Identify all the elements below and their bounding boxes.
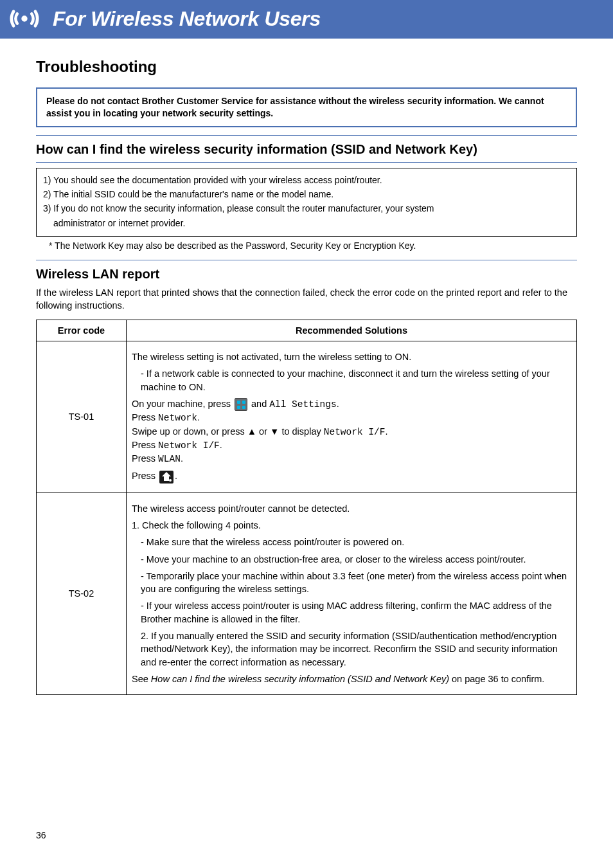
col-recommended: Recommended Solutions: [127, 320, 577, 341]
text: .: [181, 453, 183, 464]
ts02-b2: - Move your machine to an obstruction-fr…: [132, 553, 571, 566]
page-number: 36: [0, 830, 613, 856]
text: .: [220, 440, 222, 450]
heading-find-info: How can I find the wireless security inf…: [36, 142, 577, 157]
menu-wlan: WLAN: [158, 454, 181, 464]
menu-all-settings: All Settings: [269, 399, 336, 410]
text: On your machine, press: [132, 399, 233, 409]
text: .: [175, 471, 177, 481]
settings-grid-icon: [235, 398, 247, 411]
text: on page 36 to confirm.: [449, 674, 544, 684]
tip-line-3a: 3) If you do not know the security infor…: [43, 202, 570, 215]
ts02-p2: 1. Check the following 4 points.: [132, 519, 571, 532]
network-key-footnote: * The Network Key may also be described …: [36, 237, 577, 255]
table-row: TS-01 The wireless setting is not activa…: [37, 341, 577, 493]
text: - Move your machine to an obstruction-fr…: [141, 554, 526, 565]
wireless-icon: [5, 4, 44, 33]
solution-cell: The wireless setting is not activated, t…: [127, 341, 577, 493]
tip-line-1: 1) You should see the documentation prov…: [43, 174, 570, 186]
ts02-b1: - Make sure that the wireless access poi…: [132, 536, 571, 548]
ts02-b4: - If your wireless access point/router i…: [132, 599, 571, 626]
divider: [36, 260, 577, 260]
error-table: Error code Recommended Solutions TS-01 T…: [36, 320, 577, 695]
banner-title: For Wireless Network Users: [53, 7, 321, 31]
tip-line-3b: administrator or internet provider.: [43, 217, 570, 230]
text: and: [251, 399, 269, 409]
ts01-p8: Press .: [132, 469, 571, 483]
text: .: [337, 399, 339, 409]
solution-cell: The wireless access point/router cannot …: [127, 493, 577, 695]
xref-link: How can I find the wireless security inf…: [151, 674, 449, 684]
up-arrow-icon: ▲: [247, 426, 256, 437]
text: Press: [132, 440, 158, 450]
menu-network-if: Network I/F: [158, 440, 220, 451]
text: - If your wireless access point/router i…: [141, 601, 552, 624]
col-error-code: Error code: [37, 320, 127, 341]
tips-box: 1) You should see the documentation prov…: [36, 168, 577, 237]
heading-wlan-report: Wireless LAN report: [36, 267, 577, 282]
text: .: [197, 412, 200, 422]
ts02-p1: The wireless access point/router cannot …: [132, 502, 571, 515]
down-arrow-icon: ▼: [270, 426, 279, 437]
menu-network: Network: [158, 413, 197, 423]
home-icon: [159, 471, 173, 484]
section-banner: For Wireless Network Users: [0, 0, 613, 39]
notice-box: Please do not contact Brother Customer S…: [36, 87, 577, 127]
text: - Temporarily place your machine within …: [141, 571, 567, 594]
ts02-p3: 2. If you manually entered the SSID and …: [132, 629, 571, 669]
text: or: [256, 426, 270, 437]
text: .: [385, 426, 387, 437]
text: to display: [279, 426, 323, 437]
error-code-cell: TS-02: [37, 493, 127, 695]
ts01-p2: - If a network cable is connected to you…: [132, 367, 571, 393]
text: Press: [132, 412, 158, 422]
report-intro: If the wireless LAN report that printed …: [36, 287, 577, 312]
page-title: Troubleshooting: [36, 58, 577, 76]
error-code-cell: TS-01: [37, 341, 127, 493]
tip-line-2: 2) The initial SSID could be the manufac…: [43, 188, 570, 201]
text: 2. If you manually entered the SSID and …: [141, 631, 558, 667]
text: Press: [132, 453, 158, 464]
divider: [36, 135, 577, 136]
text: Press: [132, 471, 158, 481]
text: See: [132, 674, 151, 684]
text: Swipe up or down, or press: [132, 426, 247, 437]
svg-point-0: [21, 15, 27, 21]
ts02-p4: See How can I find the wireless security…: [132, 673, 571, 685]
menu-network-if: Network I/F: [324, 427, 386, 437]
divider: [36, 162, 577, 163]
table-row: TS-02 The wireless access point/router c…: [37, 493, 577, 695]
ts02-b3: - Temporarily place your machine within …: [132, 570, 571, 596]
ts01-p3: On your machine, press and All Settings.…: [132, 397, 571, 466]
ts01-p1: The wireless setting is not activated, t…: [132, 350, 571, 363]
